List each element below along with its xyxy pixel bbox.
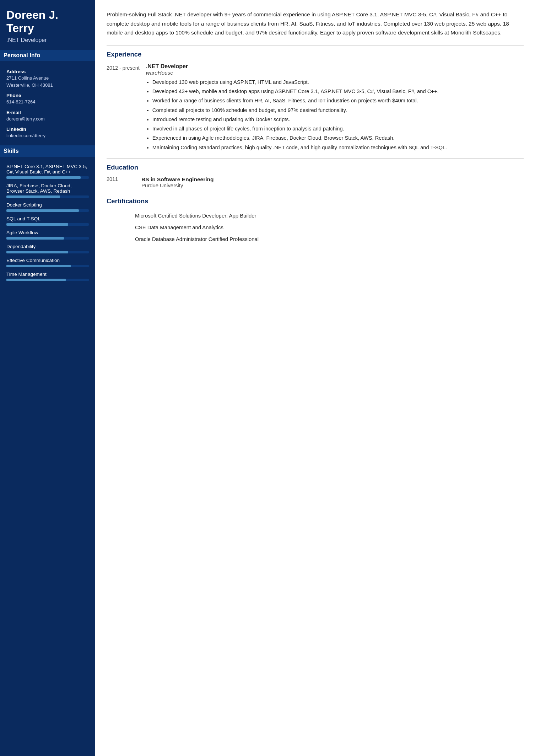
edu-school: Purdue University — [141, 183, 524, 188]
skill-bar-bg — [6, 279, 89, 281]
skill-name: Agile Workflow — [6, 230, 89, 235]
skill-bar-bg — [6, 176, 89, 179]
job-bullet: Completed all projects to 100% schedule … — [152, 106, 524, 114]
job-bullet: Developed 43+ web, mobile and desktop ap… — [152, 87, 524, 96]
job-bullet: Experienced in using Agile methodologies… — [152, 134, 524, 142]
skill-bar-fill — [6, 176, 81, 179]
skill-bar-fill — [6, 279, 66, 281]
email-section: E-mail doreen@terry.com — [6, 106, 89, 123]
experience-header: Experience — [107, 50, 524, 58]
linkedin-value: linkedin.com/dterry — [6, 133, 89, 139]
edu-content: BS in Software EngineeringPurdue Univers… — [141, 176, 524, 188]
skill-item: Agile Workflow — [6, 230, 89, 240]
certifications-list: Microsoft Certified Solutions Developer:… — [107, 210, 524, 245]
skill-bar-fill — [6, 223, 68, 226]
skill-name: Docker Scripting — [6, 202, 89, 208]
sidebar: Doreen J. Terry .NET Developer Personal … — [0, 0, 95, 756]
skill-name: SQL and T-SQL — [6, 216, 89, 221]
personal-info-header: Personal Info — [0, 50, 95, 61]
job-bullet: Involved in all phases of project life c… — [152, 124, 524, 133]
certifications-header: Certifications — [107, 197, 524, 205]
phone-section: Phone 614-821-7264 — [6, 89, 89, 106]
skill-name: SP.NET Core 3.1, ASP.NET MVC 3-5, C#, Vi… — [6, 164, 89, 175]
skill-bar-bg — [6, 265, 89, 267]
education-entry: 2011BS in Software EngineeringPurdue Uni… — [107, 176, 524, 188]
address-label: Address — [6, 69, 89, 74]
skill-item: SP.NET Core 3.1, ASP.NET MVC 3-5, C#, Vi… — [6, 164, 89, 179]
certification-item: Microsoft Certified Solutions Developer:… — [107, 210, 524, 222]
skill-bar-bg — [6, 195, 89, 198]
skill-bar-fill — [6, 237, 64, 240]
job-bullet: Introduced remote testing and updating w… — [152, 115, 524, 124]
applicant-title: .NET Developer — [6, 37, 89, 43]
email-value: doreen@terry.com — [6, 116, 89, 122]
skill-bar-bg — [6, 251, 89, 253]
main-content: Problem-solving Full Stack .NET develope… — [95, 0, 535, 756]
education-list: 2011BS in Software EngineeringPurdue Uni… — [107, 176, 524, 188]
experience-entry: 2012 - present.NET DeveloperwareHouseDev… — [107, 63, 524, 152]
skills-list: SP.NET Core 3.1, ASP.NET MVC 3-5, C#, Vi… — [6, 164, 89, 285]
skill-bar-bg — [6, 209, 89, 212]
job-bullet: Maintaining Coding Standard practices, h… — [152, 143, 524, 152]
job-bullets: Developed 130 web projects using ASP.NET… — [146, 78, 524, 152]
job-dates: 2012 - present — [107, 63, 140, 152]
skill-item: JIRA, Firebase, Docker Cloud, Browser St… — [6, 183, 89, 198]
address-section: Address 2711 Collins Avenue Westerville,… — [6, 65, 89, 90]
linkedin-label: LinkedIn — [6, 127, 89, 132]
job-title: .NET Developer — [146, 63, 524, 70]
job-bullet: Worked for a range of business clients f… — [152, 96, 524, 105]
skill-item: Effective Communication — [6, 258, 89, 267]
divider-experience — [107, 45, 524, 45]
linkedin-section: LinkedIn linkedin.com/dterry — [6, 123, 89, 140]
email-label: E-mail — [6, 110, 89, 115]
applicant-name: Doreen J. Terry — [6, 9, 89, 35]
address-line1: 2711 Collins Avenue — [6, 75, 89, 81]
certification-item: Oracle Database Administrator Certified … — [107, 234, 524, 245]
phone-value: 614-821-7264 — [6, 99, 89, 105]
skill-item: SQL and T-SQL — [6, 216, 89, 226]
edu-year: 2011 — [107, 176, 135, 188]
jobs-list: 2012 - present.NET DeveloperwareHouseDev… — [107, 63, 524, 152]
skill-item: Docker Scripting — [6, 202, 89, 212]
edu-degree: BS in Software Engineering — [141, 176, 524, 183]
skills-header: Skills — [0, 145, 95, 157]
address-line2: Westerville, OH 43081 — [6, 82, 89, 89]
skill-name: Effective Communication — [6, 258, 89, 263]
phone-label: Phone — [6, 93, 89, 98]
job-company: wareHouse — [146, 70, 524, 76]
skill-bar-fill — [6, 265, 71, 267]
skill-bar-fill — [6, 195, 60, 198]
skill-bar-fill — [6, 209, 79, 212]
skill-name: Time Management — [6, 272, 89, 277]
skill-bar-bg — [6, 237, 89, 240]
skill-bar-fill — [6, 251, 68, 253]
job-bullet: Developed 130 web projects using ASP.NET… — [152, 78, 524, 86]
divider-certifications — [107, 192, 524, 192]
divider-education — [107, 158, 524, 159]
job-content: .NET DeveloperwareHouseDeveloped 130 web… — [146, 63, 524, 152]
skill-name: Dependability — [6, 244, 89, 249]
summary: Problem-solving Full Stack .NET develope… — [107, 10, 524, 37]
skill-item: Dependability — [6, 244, 89, 253]
skill-bar-bg — [6, 223, 89, 226]
education-header: Education — [107, 163, 524, 171]
skill-name: JIRA, Firebase, Docker Cloud, Browser St… — [6, 183, 89, 194]
skill-item: Time Management — [6, 272, 89, 281]
certification-item: CSE Data Management and Analytics — [107, 222, 524, 234]
